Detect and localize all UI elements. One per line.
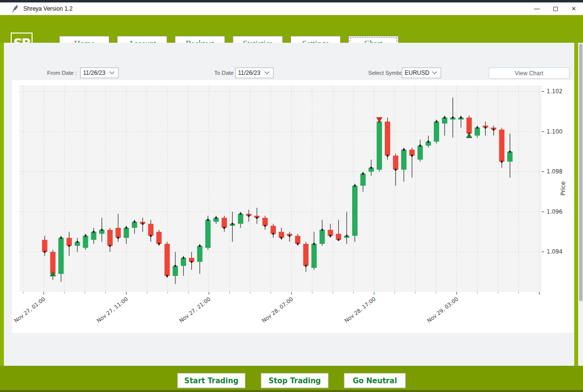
candle-body <box>393 155 398 170</box>
close-dot <box>411 154 413 156</box>
close-dot <box>493 129 495 131</box>
y-axis-label: Price <box>560 181 566 195</box>
close-dot <box>231 223 233 225</box>
candlestick-chart: Nov 27, 01:00Nov 27, 11:00Nov 27, 21:00N… <box>12 80 573 333</box>
close-dot <box>248 215 250 217</box>
close-dot <box>109 245 111 247</box>
candle-body <box>197 246 203 262</box>
candle-body <box>238 214 243 224</box>
candle-body <box>165 244 170 276</box>
close-dot <box>223 227 225 229</box>
candle-body <box>466 118 472 134</box>
close-dot <box>444 117 446 119</box>
candle-body <box>58 238 64 274</box>
close-dot <box>150 235 152 237</box>
close-dot <box>68 245 70 247</box>
close-dot <box>452 117 454 119</box>
close-dot <box>134 221 136 222</box>
candle-body <box>507 152 513 162</box>
close-dot <box>190 261 192 263</box>
close-dot <box>199 245 201 247</box>
footer-edge <box>0 390 583 392</box>
candle-body <box>83 236 88 248</box>
candle-body <box>50 252 55 273</box>
close-dot <box>394 169 396 170</box>
candle-body <box>320 230 325 244</box>
candle-body <box>262 218 268 226</box>
maximize-icon[interactable] <box>546 2 565 15</box>
from-date-dropdown[interactable]: 11/26/23 <box>80 68 119 78</box>
close-dot <box>370 167 372 169</box>
close-dot <box>386 154 388 156</box>
candle-body <box>303 244 309 266</box>
close-dot <box>427 140 429 142</box>
window-right-border <box>574 43 578 366</box>
y-tick-label: 1.098 <box>547 168 563 175</box>
close-dot <box>76 241 78 243</box>
select-symbol-label: Select Symbol : <box>368 70 407 76</box>
close-dot <box>141 223 143 225</box>
candle-body <box>148 224 154 236</box>
minimize-icon[interactable]: — <box>528 2 546 15</box>
candle-body <box>222 218 227 228</box>
nav-bar: SB Home Account Backtest Statistics Sett… <box>0 15 583 43</box>
vertical-scrollbar[interactable] <box>578 43 583 366</box>
candle-body <box>385 121 390 155</box>
to-date-value: 11/26/23 <box>236 69 265 76</box>
close-dot <box>256 217 258 219</box>
candle-body <box>352 186 358 236</box>
close-dot <box>345 235 347 237</box>
close-dot <box>509 151 511 153</box>
candle-body <box>475 128 480 136</box>
footer-bar: Start Trading Stop Trading Go Neutral <box>0 366 583 392</box>
symbol-value: EURUSD <box>402 69 433 76</box>
close-dot <box>338 239 340 241</box>
close-dot <box>215 217 217 219</box>
candle-body <box>434 121 439 141</box>
candle-body <box>311 244 317 268</box>
close-dot <box>354 185 356 187</box>
close-dot <box>125 227 127 229</box>
window-controls: — ✕ <box>528 2 583 15</box>
close-dot <box>362 172 364 174</box>
start-trading-button[interactable]: Start Trading <box>177 373 245 388</box>
close-dot <box>264 225 266 227</box>
y-tick-label: 1.100 <box>547 128 563 135</box>
close-dot <box>280 237 282 239</box>
plot-bg <box>19 85 542 292</box>
candle-body <box>295 236 300 244</box>
close-dot <box>272 233 274 235</box>
close-dot <box>313 243 315 245</box>
stop-trading-button[interactable]: Stop Trading <box>261 373 328 388</box>
window-left-border <box>0 43 4 366</box>
candle-body <box>156 232 162 244</box>
app-window: Shreya Version 1.2 — ✕ SB Home Account B… <box>0 0 583 392</box>
close-dot <box>305 265 307 267</box>
titlebar: Shreya Version 1.2 — ✕ <box>0 2 583 15</box>
chevron-down-icon <box>110 69 115 74</box>
candle-body <box>107 230 113 246</box>
close-dot <box>207 219 209 221</box>
from-date-label: From Date : <box>47 70 77 76</box>
from-date-value: 11/26/23 <box>81 69 110 76</box>
candle-body <box>67 238 72 246</box>
scrollbar-thumb[interactable] <box>579 44 583 301</box>
close-dot <box>117 237 119 239</box>
to-date-label: To Date : <box>214 70 237 76</box>
close-icon[interactable]: ✕ <box>565 2 583 15</box>
tk-feather-icon <box>12 5 18 13</box>
y-tick-label: 1.094 <box>547 248 563 255</box>
close-dot <box>240 213 241 215</box>
close-dot <box>297 243 299 245</box>
close-dot <box>329 235 331 237</box>
window-title: Shreya Version 1.2 <box>23 5 72 12</box>
go-neutral-button[interactable]: Go Neutral <box>344 373 406 388</box>
close-dot <box>289 235 291 237</box>
to-date-dropdown[interactable]: 11/26/23 <box>235 68 274 78</box>
close-dot <box>321 229 323 231</box>
close-dot <box>166 275 168 277</box>
chevron-down-icon <box>432 69 437 74</box>
symbol-dropdown[interactable]: EURUSD <box>402 68 441 78</box>
candle-body <box>42 240 48 252</box>
view-chart-button[interactable]: View Chart <box>489 68 569 79</box>
